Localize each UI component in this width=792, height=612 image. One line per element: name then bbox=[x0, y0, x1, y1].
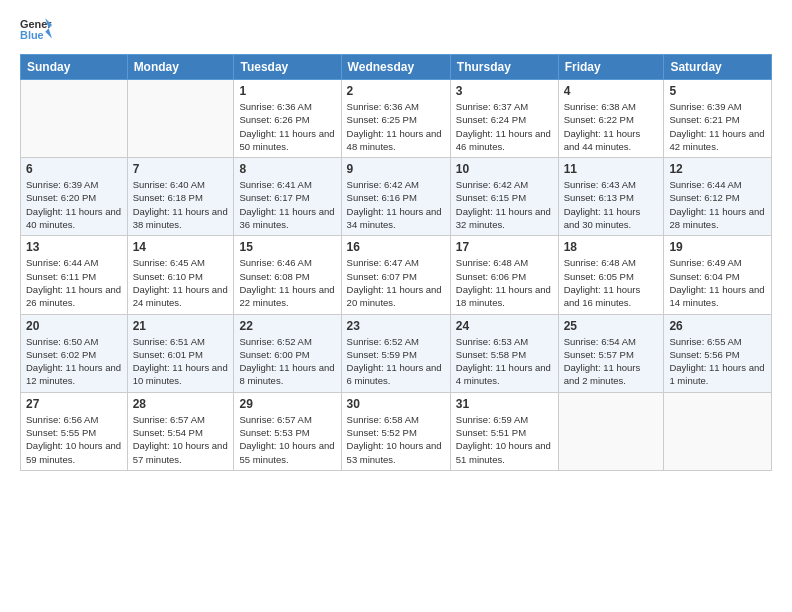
day-number: 17 bbox=[456, 240, 553, 254]
day-info: Sunrise: 6:55 AMSunset: 5:56 PMDaylight:… bbox=[669, 335, 766, 388]
day-number: 20 bbox=[26, 319, 122, 333]
day-info: Sunrise: 6:36 AMSunset: 6:26 PMDaylight:… bbox=[239, 100, 335, 153]
day-info: Sunrise: 6:56 AMSunset: 5:55 PMDaylight:… bbox=[26, 413, 122, 466]
day-cell: 17Sunrise: 6:48 AMSunset: 6:06 PMDayligh… bbox=[450, 236, 558, 314]
weekday-header-friday: Friday bbox=[558, 55, 664, 80]
day-cell bbox=[664, 392, 772, 470]
day-cell: 14Sunrise: 6:45 AMSunset: 6:10 PMDayligh… bbox=[127, 236, 234, 314]
day-info: Sunrise: 6:59 AMSunset: 5:51 PMDaylight:… bbox=[456, 413, 553, 466]
day-cell: 31Sunrise: 6:59 AMSunset: 5:51 PMDayligh… bbox=[450, 392, 558, 470]
calendar-table: SundayMondayTuesdayWednesdayThursdayFrid… bbox=[20, 54, 772, 471]
weekday-header-tuesday: Tuesday bbox=[234, 55, 341, 80]
day-info: Sunrise: 6:48 AMSunset: 6:06 PMDaylight:… bbox=[456, 256, 553, 309]
day-number: 29 bbox=[239, 397, 335, 411]
day-cell: 11Sunrise: 6:43 AMSunset: 6:13 PMDayligh… bbox=[558, 158, 664, 236]
day-number: 9 bbox=[347, 162, 445, 176]
day-cell: 19Sunrise: 6:49 AMSunset: 6:04 PMDayligh… bbox=[664, 236, 772, 314]
day-cell: 23Sunrise: 6:52 AMSunset: 5:59 PMDayligh… bbox=[341, 314, 450, 392]
day-info: Sunrise: 6:37 AMSunset: 6:24 PMDaylight:… bbox=[456, 100, 553, 153]
day-info: Sunrise: 6:57 AMSunset: 5:53 PMDaylight:… bbox=[239, 413, 335, 466]
day-number: 10 bbox=[456, 162, 553, 176]
weekday-header-monday: Monday bbox=[127, 55, 234, 80]
day-cell: 3Sunrise: 6:37 AMSunset: 6:24 PMDaylight… bbox=[450, 80, 558, 158]
day-cell bbox=[21, 80, 128, 158]
week-row-4: 20Sunrise: 6:50 AMSunset: 6:02 PMDayligh… bbox=[21, 314, 772, 392]
day-cell: 7Sunrise: 6:40 AMSunset: 6:18 PMDaylight… bbox=[127, 158, 234, 236]
day-info: Sunrise: 6:45 AMSunset: 6:10 PMDaylight:… bbox=[133, 256, 229, 309]
day-number: 13 bbox=[26, 240, 122, 254]
day-cell: 22Sunrise: 6:52 AMSunset: 6:00 PMDayligh… bbox=[234, 314, 341, 392]
day-number: 12 bbox=[669, 162, 766, 176]
day-info: Sunrise: 6:50 AMSunset: 6:02 PMDaylight:… bbox=[26, 335, 122, 388]
day-cell: 9Sunrise: 6:42 AMSunset: 6:16 PMDaylight… bbox=[341, 158, 450, 236]
page: General Blue SundayMondayTuesdayWednesda… bbox=[0, 0, 792, 612]
day-info: Sunrise: 6:39 AMSunset: 6:21 PMDaylight:… bbox=[669, 100, 766, 153]
day-info: Sunrise: 6:47 AMSunset: 6:07 PMDaylight:… bbox=[347, 256, 445, 309]
day-cell: 29Sunrise: 6:57 AMSunset: 5:53 PMDayligh… bbox=[234, 392, 341, 470]
week-row-1: 1Sunrise: 6:36 AMSunset: 6:26 PMDaylight… bbox=[21, 80, 772, 158]
day-number: 8 bbox=[239, 162, 335, 176]
day-number: 3 bbox=[456, 84, 553, 98]
day-number: 24 bbox=[456, 319, 553, 333]
day-info: Sunrise: 6:40 AMSunset: 6:18 PMDaylight:… bbox=[133, 178, 229, 231]
day-number: 4 bbox=[564, 84, 659, 98]
day-number: 30 bbox=[347, 397, 445, 411]
day-info: Sunrise: 6:54 AMSunset: 5:57 PMDaylight:… bbox=[564, 335, 659, 388]
day-number: 7 bbox=[133, 162, 229, 176]
week-row-5: 27Sunrise: 6:56 AMSunset: 5:55 PMDayligh… bbox=[21, 392, 772, 470]
day-info: Sunrise: 6:42 AMSunset: 6:15 PMDaylight:… bbox=[456, 178, 553, 231]
day-number: 2 bbox=[347, 84, 445, 98]
day-number: 11 bbox=[564, 162, 659, 176]
weekday-header-wednesday: Wednesday bbox=[341, 55, 450, 80]
svg-text:Blue: Blue bbox=[20, 29, 44, 41]
day-number: 23 bbox=[347, 319, 445, 333]
day-number: 25 bbox=[564, 319, 659, 333]
day-cell: 27Sunrise: 6:56 AMSunset: 5:55 PMDayligh… bbox=[21, 392, 128, 470]
day-info: Sunrise: 6:46 AMSunset: 6:08 PMDaylight:… bbox=[239, 256, 335, 309]
day-info: Sunrise: 6:52 AMSunset: 5:59 PMDaylight:… bbox=[347, 335, 445, 388]
day-info: Sunrise: 6:49 AMSunset: 6:04 PMDaylight:… bbox=[669, 256, 766, 309]
day-info: Sunrise: 6:41 AMSunset: 6:17 PMDaylight:… bbox=[239, 178, 335, 231]
day-number: 16 bbox=[347, 240, 445, 254]
day-info: Sunrise: 6:44 AMSunset: 6:12 PMDaylight:… bbox=[669, 178, 766, 231]
day-number: 28 bbox=[133, 397, 229, 411]
day-cell: 4Sunrise: 6:38 AMSunset: 6:22 PMDaylight… bbox=[558, 80, 664, 158]
day-info: Sunrise: 6:57 AMSunset: 5:54 PMDaylight:… bbox=[133, 413, 229, 466]
day-cell: 12Sunrise: 6:44 AMSunset: 6:12 PMDayligh… bbox=[664, 158, 772, 236]
day-info: Sunrise: 6:42 AMSunset: 6:16 PMDaylight:… bbox=[347, 178, 445, 231]
day-cell: 16Sunrise: 6:47 AMSunset: 6:07 PMDayligh… bbox=[341, 236, 450, 314]
day-cell: 5Sunrise: 6:39 AMSunset: 6:21 PMDaylight… bbox=[664, 80, 772, 158]
week-row-3: 13Sunrise: 6:44 AMSunset: 6:11 PMDayligh… bbox=[21, 236, 772, 314]
day-cell: 20Sunrise: 6:50 AMSunset: 6:02 PMDayligh… bbox=[21, 314, 128, 392]
day-cell: 25Sunrise: 6:54 AMSunset: 5:57 PMDayligh… bbox=[558, 314, 664, 392]
day-info: Sunrise: 6:53 AMSunset: 5:58 PMDaylight:… bbox=[456, 335, 553, 388]
day-number: 19 bbox=[669, 240, 766, 254]
day-number: 31 bbox=[456, 397, 553, 411]
day-cell: 15Sunrise: 6:46 AMSunset: 6:08 PMDayligh… bbox=[234, 236, 341, 314]
day-info: Sunrise: 6:58 AMSunset: 5:52 PMDaylight:… bbox=[347, 413, 445, 466]
weekday-header-sunday: Sunday bbox=[21, 55, 128, 80]
day-info: Sunrise: 6:48 AMSunset: 6:05 PMDaylight:… bbox=[564, 256, 659, 309]
day-info: Sunrise: 6:43 AMSunset: 6:13 PMDaylight:… bbox=[564, 178, 659, 231]
day-number: 21 bbox=[133, 319, 229, 333]
day-info: Sunrise: 6:39 AMSunset: 6:20 PMDaylight:… bbox=[26, 178, 122, 231]
day-info: Sunrise: 6:38 AMSunset: 6:22 PMDaylight:… bbox=[564, 100, 659, 153]
day-cell bbox=[558, 392, 664, 470]
day-cell: 21Sunrise: 6:51 AMSunset: 6:01 PMDayligh… bbox=[127, 314, 234, 392]
day-cell bbox=[127, 80, 234, 158]
day-number: 1 bbox=[239, 84, 335, 98]
day-info: Sunrise: 6:51 AMSunset: 6:01 PMDaylight:… bbox=[133, 335, 229, 388]
week-row-2: 6Sunrise: 6:39 AMSunset: 6:20 PMDaylight… bbox=[21, 158, 772, 236]
day-number: 15 bbox=[239, 240, 335, 254]
day-cell: 13Sunrise: 6:44 AMSunset: 6:11 PMDayligh… bbox=[21, 236, 128, 314]
day-number: 14 bbox=[133, 240, 229, 254]
day-number: 6 bbox=[26, 162, 122, 176]
logo: General Blue bbox=[20, 16, 52, 44]
day-cell: 10Sunrise: 6:42 AMSunset: 6:15 PMDayligh… bbox=[450, 158, 558, 236]
day-info: Sunrise: 6:52 AMSunset: 6:00 PMDaylight:… bbox=[239, 335, 335, 388]
day-cell: 2Sunrise: 6:36 AMSunset: 6:25 PMDaylight… bbox=[341, 80, 450, 158]
day-number: 27 bbox=[26, 397, 122, 411]
header: General Blue bbox=[20, 16, 772, 44]
logo-icon: General Blue bbox=[20, 16, 52, 44]
day-cell: 18Sunrise: 6:48 AMSunset: 6:05 PMDayligh… bbox=[558, 236, 664, 314]
